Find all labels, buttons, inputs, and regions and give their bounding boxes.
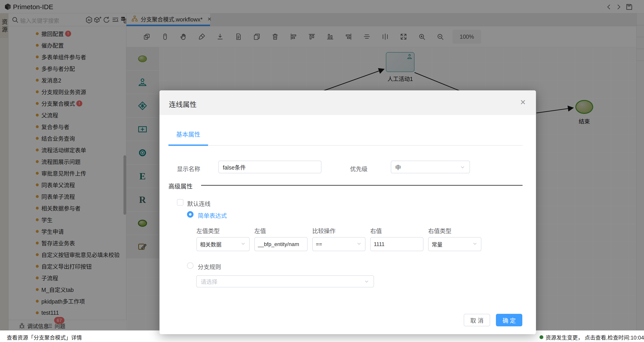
dialog-title: 连线属性 [169,99,196,109]
tab-basic-properties[interactable]: 基本属性 [168,130,208,138]
branch-rule-placeholder: 请选择 [201,277,218,286]
status-right-text: 资源发生变更， 点击查看,检查时间:10:04 [546,333,644,341]
priority-select[interactable]: 中 [391,160,470,173]
expression-field-value: __bfp_entity/nam [258,241,299,248]
simple-expression-label: 简单表达式 [198,211,227,220]
cancel-button[interactable]: 取 消 [464,314,490,326]
chevron-down-icon [240,241,246,248]
expression-field-input[interactable]: 常量 [428,237,482,251]
expression-field-value: 1111 [374,241,384,248]
expression-field: 右值类型 常量 [428,224,482,251]
priority-value: 中 [395,163,401,171]
display-name-label: 显示名称 [177,164,200,173]
expression-field-input[interactable]: 1111 [370,237,424,251]
chevron-down-icon [356,241,362,248]
expression-field-label: 右值类型 [428,224,482,237]
expression-field: 右值 1111 [370,224,424,251]
expression-field: 左值 __bfp_entity/nam [254,224,308,251]
expression-field-input[interactable]: __bfp_entity/nam [254,237,308,251]
expression-fields-row: 左值类型 相关数据 左值 __bfp_entity/nam 比较操作 == [196,224,482,251]
expression-field-input[interactable]: 相关数据 [196,237,250,251]
chevron-down-icon [364,278,370,284]
default-line-label: 默认连线 [187,199,210,208]
default-line-checkbox[interactable] [177,199,184,206]
display-name-value: false条件 [223,163,246,171]
expression-field-label: 左值类型 [196,224,250,237]
expression-field-label: 右值 [370,224,424,237]
expression-field-label: 比较操作 [312,224,366,237]
display-name-input[interactable]: false条件 [218,160,322,173]
advanced-section-divider [201,185,522,186]
expression-field: 左值类型 相关数据 [196,224,250,251]
branch-rule-radio[interactable] [187,262,194,269]
expression-field-value: 相关数据 [200,240,222,248]
tab-active-underline [168,144,208,146]
resource-changed-dot-icon [540,335,543,339]
expression-field-input[interactable]: == [312,237,366,251]
advanced-section-label: 高级属性 [168,182,192,190]
chevron-down-icon [472,241,478,248]
ok-button[interactable]: 确 定 [496,314,522,326]
chevron-down-icon [460,164,466,170]
branch-rule-label: 分支规则 [198,262,221,271]
expression-field-label: 左值 [254,224,308,237]
priority-label: 优先级 [350,164,368,173]
expression-field-value: 常量 [432,240,442,248]
branch-rule-select[interactable]: 请选择 [196,275,374,288]
tab-divider [168,145,522,146]
status-left-text: 查看资源「分支聚合模式」详情 [7,333,82,341]
simple-expression-radio[interactable] [187,211,194,218]
expression-field-value: == [316,241,322,248]
edge-properties-dialog: 连线属性 × 基本属性 显示名称 false条件 优先级 中 高级属性 默认连线… [160,90,536,334]
dialog-header: 连线属性 × [160,90,536,115]
status-right[interactable]: 资源发生变更， 点击查看,检查时间:10:04 [540,333,644,341]
dialog-close-icon[interactable]: × [520,98,526,107]
expression-field: 比较操作 == [312,224,366,251]
